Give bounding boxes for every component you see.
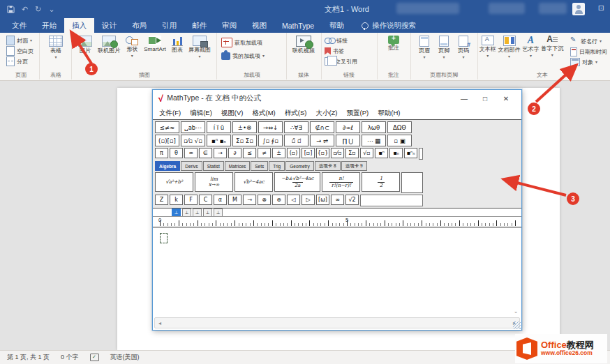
quick-template-subscript[interactable]: ▪ₙ <box>389 148 403 158</box>
quick-parts-button[interactable]: 文档部件 ▾ <box>498 36 521 59</box>
shapes-button[interactable]: 形状 ▾ <box>126 36 138 58</box>
undo-icon[interactable]: ↶ <box>22 5 28 14</box>
small-symbol-Z[interactable]: Z <box>155 195 168 205</box>
page-break-button[interactable]: 分页 <box>6 56 39 66</box>
menu-style[interactable]: 样式(S) <box>285 109 307 118</box>
quick-symbol-partial[interactable]: ∂ <box>228 148 241 158</box>
quick-symbol-leq[interactable]: ≤ <box>243 148 256 158</box>
quick-symbol-pi[interactable]: π <box>155 148 168 158</box>
save-icon[interactable] <box>7 6 15 13</box>
symbol-palette-arrows[interactable]: →⇔↓ <box>258 121 283 133</box>
template-palette-fences[interactable]: (▫)[▫] <box>155 135 179 146</box>
menu-file[interactable]: 文件(F) <box>159 109 181 118</box>
expression-discriminant[interactable]: √b²−4ac <box>235 172 273 192</box>
expression-quadratic-formula[interactable]: −b±√b²−4ac 2a <box>274 172 320 192</box>
palette-tab-geometry[interactable]: Geometry <box>285 161 314 171</box>
tab-file[interactable]: 文件 <box>4 18 34 33</box>
small-symbol-otimes[interactable]: ⊗ <box>258 195 271 205</box>
tab-references[interactable]: 引用 <box>154 18 184 33</box>
tabstop-decimal-button[interactable]: ⊥ <box>203 208 212 217</box>
palette-tab-derivs[interactable]: Derivs <box>181 161 202 171</box>
small-symbol-oplus[interactable]: ⊕ <box>272 195 285 205</box>
scroll-left-icon[interactable]: ◂ <box>155 318 165 328</box>
tell-me-search[interactable]: 操作说明搜索 <box>362 18 416 33</box>
quick-symbol-plusminus[interactable]: ± <box>272 148 285 158</box>
palette-tab-algebra[interactable]: Algebra <box>155 161 180 171</box>
tabstop-bar-button[interactable]: ⊥ <box>214 208 223 217</box>
small-symbol-bracket-omega[interactable]: [ω] <box>316 195 329 205</box>
expression-sqrt-a2-b2[interactable]: √a²+b² <box>155 172 193 192</box>
cross-reference-button[interactable]: 交叉引用 <box>325 56 377 66</box>
quick-template-superscript[interactable]: ▪ⁿ <box>375 148 388 158</box>
redo-icon[interactable]: ↻ <box>35 5 41 14</box>
quick-template-brackets[interactable]: [▫] <box>302 148 315 158</box>
small-symbol-k[interactable]: k <box>170 195 183 205</box>
tab-mailings[interactable]: 邮件 <box>184 18 214 33</box>
palette-tab-trig[interactable]: Trig <box>269 161 285 171</box>
symbol-palette-relations[interactable]: ≤≠≈ <box>155 121 179 133</box>
small-symbol-M[interactable]: M <box>228 195 241 205</box>
page-indicator[interactable]: 第 1 页, 共 1 页 <box>7 353 50 362</box>
small-symbol-alpha[interactable]: α <box>214 195 227 205</box>
footer-button[interactable]: 页脚 ▾ <box>438 36 449 59</box>
mathtype-ruler[interactable]: 0 5 <box>153 216 521 227</box>
online-pictures-button[interactable]: 联机图片 <box>98 36 120 54</box>
smartart-button[interactable]: SmartArt <box>144 36 166 52</box>
symbol-palette-spaces[interactable]: ␣ab⋯ <box>181 121 205 133</box>
language-indicator[interactable]: 英语(美国) <box>110 353 140 362</box>
template-palette-scripts[interactable]: ▪ⁿ ▪ₙ <box>207 135 231 146</box>
textbox-button[interactable]: 文本框 ▾ <box>479 36 496 58</box>
small-symbol-sqrt2[interactable]: √2 <box>345 195 359 205</box>
signature-line-button[interactable]: 签名行 ▾ <box>570 36 607 46</box>
drop-cap-button[interactable]: 首字下沉 ▾ <box>541 36 563 57</box>
quick-template-sum[interactable]: Σ▫ <box>345 148 359 158</box>
tabstop-right-button[interactable]: ⊥ <box>193 208 202 217</box>
quick-symbol-infinity[interactable]: ∞ <box>184 148 198 158</box>
expression-combination[interactable]: n! r!(n−r)! <box>322 172 360 192</box>
symbol-palette-greek-upper[interactable]: ΔΩΘ <box>387 121 412 133</box>
template-palette-labeled-arrows[interactable]: → ⇌ <box>310 135 334 146</box>
expression-limit[interactable]: lim x→∞ <box>195 172 233 192</box>
word-count[interactable]: 0 个字 <box>61 353 79 362</box>
object-button[interactable]: 对象 ▾ <box>570 57 607 67</box>
cover-page-button[interactable]: 封面 ▾ <box>6 36 39 45</box>
header-button[interactable]: 页眉 ▾ <box>419 36 430 59</box>
chart-button[interactable]: 图表 <box>172 36 183 53</box>
get-addins-button[interactable]: 获取加载项 <box>221 38 286 47</box>
menu-format[interactable]: 格式(M) <box>252 109 275 118</box>
proofing-icon[interactable]: ✓ <box>90 354 99 361</box>
my-addins-button[interactable]: 我的加载项 ▾ <box>221 51 286 61</box>
template-palette-matrices[interactable]: ⋯ ▦ <box>362 135 386 146</box>
symbol-palette-operators[interactable]: ±•⊗ <box>232 121 257 133</box>
tab-design[interactable]: 设计 <box>94 18 124 33</box>
quick-template-fraction[interactable]: ▫⁄▫ <box>331 148 344 158</box>
palette-tab-matrices[interactable]: Matrices <box>225 161 251 171</box>
tab-insert[interactable]: 插入 <box>64 18 94 33</box>
tab-review[interactable]: 审阅 <box>214 18 244 33</box>
symbol-palette-logic[interactable]: ∴∀∃ <box>284 121 308 133</box>
screenshot-button[interactable]: 屏幕截图 ▾ <box>188 36 211 59</box>
menu-edit[interactable]: 编辑(E) <box>190 109 212 118</box>
symbol-palette-embellishments[interactable]: ı́ ï ū <box>207 121 231 133</box>
link-button[interactable]: 链接 <box>325 36 377 45</box>
ribbon-display-options-icon[interactable]: ⊡ <box>598 3 604 13</box>
palette-tab-9[interactable]: 选项卡 9 <box>341 161 367 171</box>
expression-one-half[interactable]: 1 2 <box>362 172 400 192</box>
quick-symbol-theta[interactable]: θ <box>170 148 183 158</box>
template-palette-fractions-radicals[interactable]: ▫⁄▫ √▫ <box>181 135 205 146</box>
maximize-icon[interactable]: □ <box>475 95 496 103</box>
tabstop-left-button[interactable]: ⊥ <box>172 208 181 217</box>
tab-layout[interactable]: 布局 <box>124 18 154 33</box>
tab-home[interactable]: 开始 <box>34 18 64 33</box>
qat-customize-icon[interactable]: ⌄ <box>48 5 54 14</box>
palette-tab-8[interactable]: 选项卡 8 <box>315 161 341 171</box>
quick-template-subsup[interactable]: ▪ⁿₙ <box>404 148 417 158</box>
account-avatar[interactable] <box>572 3 585 15</box>
menu-preferences[interactable]: 预置(P) <box>347 109 369 118</box>
template-palette-boxes[interactable]: ▫ ▣ <box>387 135 412 146</box>
menu-help[interactable]: 帮助(H) <box>378 109 400 118</box>
template-palette-products[interactable]: ∏ ⋃ <box>336 135 360 146</box>
horizontal-scrollbar[interactable]: ◂ ▸ <box>154 317 520 328</box>
quick-template-braces[interactable]: {▫} <box>316 148 329 158</box>
wordart-button[interactable]: A 艺术字 ▾ <box>522 36 539 58</box>
